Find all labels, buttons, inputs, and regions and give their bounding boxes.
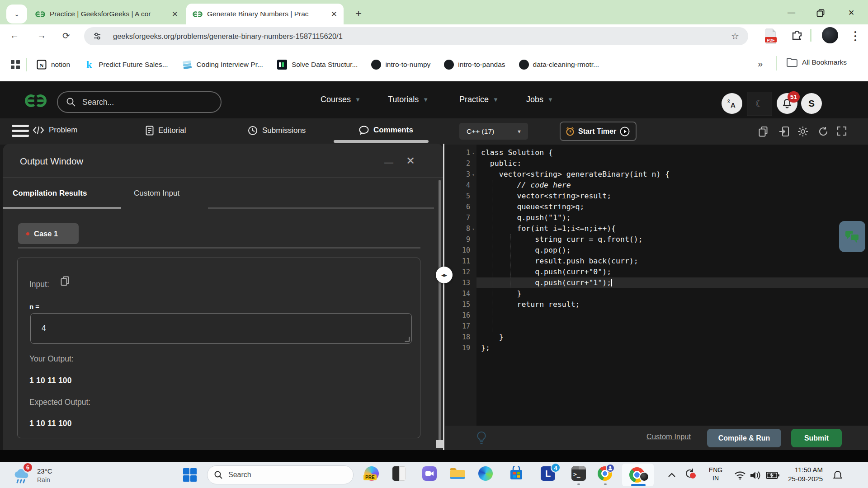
all-bookmarks[interactable]: All Bookmarks — [787, 58, 847, 67]
nav-jobs[interactable]: Jobs▼ — [526, 95, 553, 104]
tab-close-icon[interactable]: ✕ — [172, 9, 178, 19]
bookmark-github-numpy[interactable]: intro-to-numpy — [371, 60, 430, 70]
start-timer-button[interactable]: Start Timer — [560, 122, 637, 141]
code-line[interactable]: 19}; — [445, 343, 868, 353]
extensions-puzzle-icon[interactable] — [790, 29, 804, 44]
resize-grip[interactable] — [405, 337, 410, 342]
pdf-extension-icon[interactable]: PDF — [764, 28, 778, 46]
code-line[interactable]: 15 return result; — [445, 299, 868, 310]
nav-courses[interactable]: Courses▼ — [321, 95, 361, 104]
compile-run-button[interactable]: Compile & Run — [707, 429, 781, 447]
gfg-logo[interactable] — [23, 93, 49, 108]
fold-marker[interactable]: ▾ — [470, 169, 476, 180]
tab-search-button[interactable]: ⌄ — [6, 5, 27, 23]
code-line[interactable]: 4 // code here — [445, 180, 868, 191]
bookmark-hackerrank[interactable]: Solve Data Structur... — [277, 59, 358, 70]
code-line[interactable]: 16 — [445, 310, 868, 321]
code-line[interactable]: 1▾class Solution { — [445, 147, 868, 158]
code-line[interactable]: 14 } — [445, 288, 868, 299]
browser-tab-inactive[interactable]: Practice | GeeksforGeeks | A cor ✕ — [29, 4, 184, 24]
gfg-search[interactable]: Search... — [57, 91, 222, 113]
volume-icon[interactable] — [750, 470, 761, 480]
browser-profile-avatar[interactable] — [822, 27, 838, 43]
notification-bell-icon[interactable] — [833, 470, 843, 481]
code-editor[interactable]: 1▾class Solution {2 public:3▾ vector<str… — [445, 145, 868, 426]
reload-button[interactable]: ⟳ — [62, 30, 70, 41]
tab-submissions[interactable]: Submissions — [248, 126, 306, 136]
doubt-chat-widget[interactable] — [839, 221, 865, 252]
code-line[interactable]: 13 q.push(curr+"1"); — [445, 277, 868, 288]
forward-button[interactable]: → — [37, 30, 46, 41]
edge-icon[interactable] — [478, 466, 494, 482]
custom-input-link[interactable]: Custom Input — [646, 432, 691, 441]
new-tab-button[interactable]: + — [355, 7, 362, 20]
copy-icon[interactable] — [61, 276, 70, 286]
lightbulb-icon[interactable] — [476, 431, 487, 445]
bookmark-educative[interactable]: Coding Interview Pr... — [182, 59, 263, 70]
window-restore-button[interactable] — [816, 9, 825, 17]
reset-code-icon[interactable] — [818, 126, 829, 137]
language-indicator[interactable]: ENG IN — [706, 466, 725, 482]
clock[interactable]: 11:50 AM 25-09-2025 — [778, 465, 823, 483]
language-select[interactable]: C++ (17) ▼ — [459, 123, 528, 140]
minimize-icon[interactable]: — — [384, 157, 400, 168]
terminal-icon[interactable]: >_ — [571, 466, 587, 482]
bookmark-notion[interactable]: N notion — [36, 59, 70, 70]
nav-tutorials[interactable]: Tutorials▼ — [388, 95, 429, 104]
taskbar-search[interactable]: Search — [207, 465, 354, 484]
code-line[interactable]: 3▾ vector<string> generateBinary(int n) … — [445, 169, 868, 180]
panel-scrollbar[interactable] — [439, 180, 441, 446]
copy-code-icon[interactable] — [759, 126, 769, 137]
bookmark-star-icon[interactable]: ☆ — [731, 31, 739, 42]
weather-widget[interactable]: 6 23°C Rain — [13, 464, 90, 483]
theme-toggle[interactable]: ☾ — [747, 92, 772, 116]
active-app-highlight[interactable] — [622, 464, 654, 486]
window-close-button[interactable]: ✕ — [848, 8, 854, 18]
code-line[interactable]: 18 } — [445, 332, 868, 343]
submit-button[interactable]: Submit — [791, 429, 842, 447]
code-line[interactable]: 2 public: — [445, 158, 868, 169]
file-explorer-icon[interactable] — [449, 466, 465, 482]
tab-problem[interactable]: Problem — [33, 126, 77, 135]
tabrow-scrollbar[interactable] — [334, 140, 429, 143]
dev-app-icon[interactable] — [392, 466, 408, 482]
apps-grid-icon[interactable] — [10, 59, 21, 70]
settings-gear-icon[interactable] — [797, 126, 808, 137]
bookmark-kaggle[interactable]: k Predict Future Sales... — [84, 59, 168, 70]
chrome-icon-1[interactable] — [598, 466, 613, 482]
browser-menu-icon[interactable]: ••• — [854, 30, 857, 42]
site-settings-icon[interactable] — [92, 31, 102, 41]
bookmarks-overflow-icon[interactable]: » — [758, 59, 763, 69]
bookmark-github-datacleaning[interactable]: data-cleaning-rmotr... — [519, 60, 599, 70]
code-line[interactable]: 6 queue<string>q; — [445, 202, 868, 212]
address-bar[interactable]: geeksforgeeks.org/problems/generate-bina… — [84, 27, 748, 45]
panel-splitter[interactable] — [443, 144, 444, 450]
onedrive-sync-icon[interactable] — [684, 467, 696, 482]
tray-expand-icon[interactable] — [668, 473, 675, 477]
code-line[interactable]: 7 q.push("1"); — [445, 212, 868, 223]
code-line[interactable]: 5 vector<string>result; — [445, 191, 868, 202]
code-line[interactable]: 11 result.push_back(curr); — [445, 256, 868, 267]
window-minimize-button[interactable]: — — [788, 8, 795, 17]
case-1-chip[interactable]: Case 1 — [18, 223, 79, 244]
tab-compilation-results[interactable]: Compilation Results — [13, 189, 87, 198]
import-code-icon[interactable] — [778, 126, 789, 137]
ms-store-icon[interactable] — [509, 466, 524, 482]
fold-marker[interactable]: ▾ — [470, 147, 476, 158]
start-button[interactable] — [183, 468, 197, 482]
close-icon[interactable]: ✕ — [406, 155, 415, 167]
user-avatar[interactable]: S — [801, 93, 822, 114]
menu-icon[interactable] — [12, 125, 29, 140]
code-line[interactable]: 9 string curr = q.front(); — [445, 234, 868, 245]
nav-practice[interactable]: Practice▼ — [459, 95, 499, 104]
bookmark-github-pandas[interactable]: intro-to-pandas — [444, 60, 505, 70]
browser-tab-active[interactable]: Generate Binary Numbers | Prac ✕ — [186, 4, 344, 24]
code-line[interactable]: 8▾ for(int i=1;i<=n;i++){ — [445, 223, 868, 234]
l-app-icon[interactable]: L 4 — [541, 466, 556, 482]
wifi-icon[interactable] — [734, 471, 746, 480]
n-input[interactable]: 4 — [30, 313, 412, 344]
tab-editorial[interactable]: Editorial — [146, 126, 186, 136]
translate-button[interactable]: x̄A — [722, 93, 742, 114]
splitter-handle[interactable]: ◂▸ — [436, 267, 453, 283]
meet-icon[interactable] — [422, 466, 438, 482]
